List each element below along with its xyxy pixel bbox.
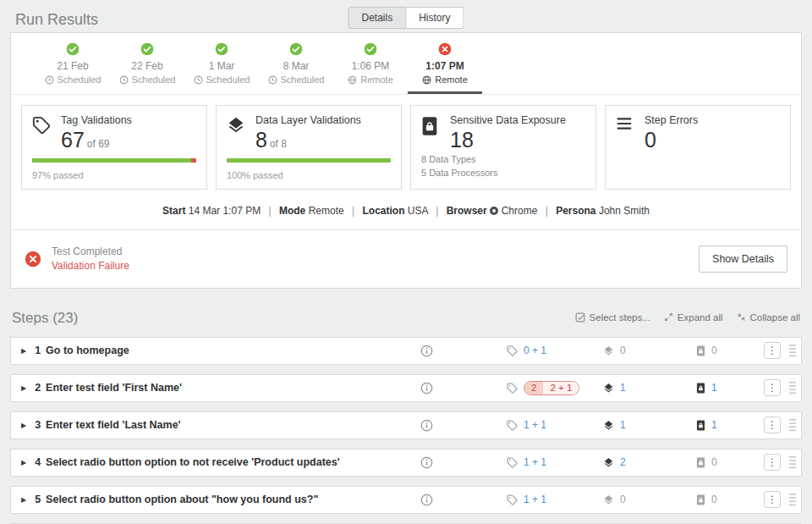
expand-caret-icon[interactable]: ▶ [21, 496, 26, 504]
privacy-cell[interactable]: 0 [696, 450, 717, 476]
step-number: 5 [35, 494, 41, 505]
drag-handle[interactable] [788, 381, 797, 394]
info-icon[interactable] [420, 487, 433, 513]
privacy-cell[interactable]: 0 [696, 338, 717, 364]
drag-handle[interactable] [788, 344, 797, 357]
lock-file-icon [421, 114, 442, 152]
data-layer-cell[interactable]: 0 [603, 487, 626, 513]
step-row-4[interactable]: ▶ 4 Select radio button option to not re… [10, 449, 802, 477]
card-value: 18 [450, 128, 566, 152]
meta-persona-label: Persona [556, 205, 595, 217]
error-circle-icon [25, 251, 41, 268]
timeline-run-2[interactable]: 22 Feb Scheduled [110, 33, 184, 94]
tag-validations-card[interactable]: Tag Validations 67of 69 97% passed [21, 105, 207, 190]
expand-caret-icon[interactable]: ▶ [21, 459, 26, 466]
run-mode: Scheduled [206, 74, 250, 85]
check-circle-icon [36, 42, 110, 56]
row-menu-button[interactable]: ⋮ [764, 491, 781, 508]
tag-icon [507, 420, 518, 431]
lock-file-icon [696, 457, 705, 468]
run-mode: Scheduled [58, 74, 102, 85]
row-menu-button[interactable]: ⋮ [764, 342, 781, 359]
privacy-count: 1 [711, 382, 717, 394]
expand-caret-icon[interactable]: ▶ [21, 384, 26, 392]
step-errors-card[interactable]: Step Errors 0 [605, 105, 791, 190]
info-icon[interactable] [420, 338, 433, 364]
drag-handle[interactable] [788, 493, 797, 506]
status-line-1: Test Completed [52, 245, 129, 259]
run-date: 22 Feb [110, 60, 184, 72]
tab-details[interactable]: Details [348, 7, 406, 29]
timeline-run-1[interactable]: 21 Feb Scheduled [36, 33, 110, 94]
remote-icon [348, 75, 357, 85]
tag-count: 1 + 1 [524, 456, 546, 468]
data-layer-cell[interactable]: 1 [603, 412, 626, 439]
clock-icon [119, 75, 129, 85]
timeline-run-6-active[interactable]: 1:07 PM Remote [408, 33, 482, 94]
meta-location-value: USA [408, 205, 428, 217]
data-types-count: 8 Data Types [421, 153, 585, 167]
tag-validations-cell[interactable]: 1 + 1 [507, 487, 546, 513]
tag-validations-cell[interactable]: 1 + 1 [507, 412, 546, 439]
timeline-run-4[interactable]: 8 Mar Scheduled [259, 33, 333, 94]
run-meta: Start 14 Mar 1:07 PM | Mode Remote | Loc… [11, 201, 801, 230]
data-layer-validations-card[interactable]: Data Layer Validations 8of 8 100% passed [216, 105, 402, 190]
tag-icon [507, 345, 518, 356]
step-row-1[interactable]: ▶ 1 Go to homepage 0 + 1 0 0 ⋮ [10, 337, 802, 365]
row-menu-button[interactable]: ⋮ [764, 454, 781, 471]
step-label: Enter test field 'First Name' [46, 382, 182, 394]
layers-count: 0 [620, 345, 626, 356]
timeline-run-3[interactable]: 1 Mar Scheduled [184, 33, 259, 94]
privacy-cell[interactable]: 0 [696, 487, 717, 513]
run-results-card: 21 Feb Scheduled 22 Feb Scheduled 1 Mar … [10, 32, 802, 289]
meta-start-value: 14 Mar 1:07 PM [189, 205, 261, 217]
drag-handle[interactable] [788, 418, 797, 432]
privacy-cell[interactable]: 1 [696, 375, 717, 401]
expand-caret-icon[interactable]: ▶ [21, 422, 26, 429]
run-date: 1:06 PM [333, 60, 408, 72]
layers-count: 0 [620, 494, 626, 505]
card-title: Sensitive Data Exposure [450, 114, 566, 126]
step-row-3[interactable]: ▶ 3 Enter text field 'Last Name' 1 + 1 1… [10, 411, 802, 439]
check-circle-icon [333, 42, 408, 56]
data-layer-cell[interactable]: 0 [603, 338, 626, 364]
checkbox-icon [575, 312, 585, 323]
step-row-2[interactable]: ▶ 2 Enter test field 'First Name' 2 2 + … [10, 374, 802, 402]
expand-all-button[interactable]: Expand all [664, 312, 723, 323]
tag-validations-cell[interactable]: 2 2 + 1 [507, 375, 579, 401]
status-line-2: Validation Failure [52, 259, 129, 273]
run-mode: Scheduled [281, 74, 325, 85]
top-bar: Run Results Details History [0, 0, 812, 32]
tab-history[interactable]: History [406, 7, 464, 29]
layers-icon [603, 420, 614, 431]
info-icon[interactable] [420, 375, 433, 401]
info-icon[interactable] [420, 412, 433, 439]
step-row-5[interactable]: ▶ 5 Select radio button option about "ho… [10, 486, 802, 514]
sensitive-data-exposure-card[interactable]: Sensitive Data Exposure 18 8 Data Types … [410, 105, 596, 190]
timeline-run-5[interactable]: 1:06 PM Remote [333, 33, 408, 94]
tag-validations-cell[interactable]: 1 + 1 [507, 450, 546, 476]
step-label: Go to homepage [46, 345, 129, 356]
data-layer-cell[interactable]: 1 [603, 375, 626, 401]
collapse-all-button[interactable]: Collapse all [737, 312, 800, 323]
select-steps-button[interactable]: Select steps... [575, 312, 650, 323]
info-icon[interactable] [420, 450, 433, 476]
tag-validations-cell[interactable]: 0 + 1 [507, 338, 546, 364]
step-label: Enter text field 'Last Name' [46, 419, 180, 431]
step-number: 4 [35, 456, 41, 468]
tag-icon [507, 494, 518, 505]
run-status-row: Test Completed Validation Failure Show D… [11, 230, 801, 288]
expand-caret-icon[interactable]: ▶ [21, 347, 26, 355]
data-layer-cell[interactable]: 2 [603, 450, 626, 476]
row-menu-button[interactable]: ⋮ [764, 416, 781, 433]
show-details-button[interactable]: Show Details [699, 245, 787, 273]
privacy-cell[interactable]: 1 [696, 412, 717, 439]
row-menu-button[interactable]: ⋮ [764, 379, 781, 396]
run-date: 8 Mar [259, 60, 333, 72]
expand-icon [664, 312, 673, 322]
step-number: 1 [35, 345, 41, 356]
lock-file-icon [696, 420, 705, 431]
drag-handle[interactable] [788, 455, 797, 469]
details-history-tabs: Details History [348, 7, 464, 29]
check-circle-icon [259, 42, 333, 56]
